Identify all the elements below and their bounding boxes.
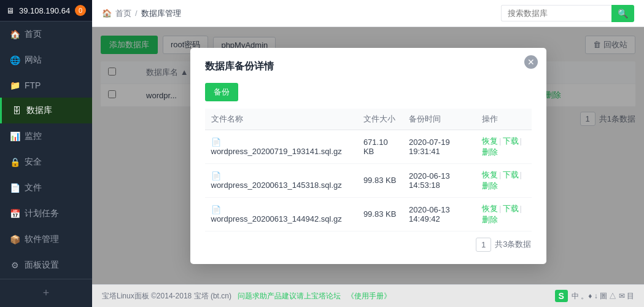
- manual-link[interactable]: 《使用手册》: [347, 292, 391, 300]
- monitor-icon: 📊: [10, 131, 20, 141]
- modal-footer: 1 共3条数据: [205, 231, 532, 252]
- file-icon: 📄: [211, 205, 221, 214]
- breadcrumb-home[interactable]: 首页: [115, 8, 131, 19]
- security-icon: 🔒: [10, 157, 20, 167]
- backup-time: 2020-06-13 14:49:42: [403, 197, 476, 231]
- backup-time: 2020-07-19 19:31:41: [403, 130, 476, 163]
- sidebar-item-panel[interactable]: ⚙面板设置: [0, 252, 92, 278]
- backup-detail-modal: ✕ 数据库备份详情 备份 文件名称 文件大小 备份时间 操作 📄word: [190, 48, 546, 264]
- backup-time: 2020-06-13 14:53:18: [403, 163, 476, 197]
- backup-filename: 📄wordpress_20200613_144942.sql.gz: [205, 197, 357, 231]
- modal-table-header: 文件名称 文件大小 备份时间 操作: [205, 109, 532, 130]
- backup-table-row: 📄wordpress_20200613_145318.sql.gz 99.83 …: [205, 163, 532, 197]
- backup-actions: 恢复|下载|删除: [476, 197, 531, 231]
- backup-actions: 恢复|下载|删除: [476, 163, 531, 197]
- sidebar-item-task[interactable]: 📅计划任务: [0, 201, 92, 227]
- sidebar-item-label: 网站: [25, 55, 42, 66]
- help-link[interactable]: 问题求助产品建议请上宝塔论坛: [238, 292, 341, 300]
- sidebar-item-label: FTP: [25, 80, 41, 90]
- delete-backup-link[interactable]: 删除: [482, 147, 498, 157]
- file-icon: 📄: [10, 183, 20, 193]
- page-footer: 宝塔Linux面板 ©2014-2018 宝塔 (bt.cn) 问题求助产品建议…: [92, 284, 644, 307]
- topbar: 🏠 首页 / 数据库管理 🔍: [92, 0, 644, 27]
- modal-col-size: 文件大小: [357, 109, 403, 130]
- backup-filename: 📄wordpress_20200719_193141.sql.gz: [205, 130, 357, 163]
- website-icon: 🌐: [10, 55, 20, 65]
- sidebar-item-label: 数据库: [26, 105, 52, 116]
- server-ip: 39.108.190.64: [19, 6, 70, 15]
- panel-icon: ⚙: [10, 260, 20, 270]
- sidebar-item-label: 文件: [25, 182, 42, 193]
- download-link[interactable]: 下载: [503, 204, 519, 213]
- database-icon: 🗄: [12, 106, 21, 115]
- file-icon: 📄: [211, 171, 221, 181]
- sidebar-item-label: 计划任务: [25, 208, 59, 219]
- software-icon: 📦: [10, 235, 20, 244]
- backup-table: 文件名称 文件大小 备份时间 操作 📄wordpress_20200719_19…: [205, 109, 532, 231]
- backup-size: 99.83 KB: [357, 197, 403, 231]
- modal-total-count: 共3条数据: [495, 239, 531, 250]
- sidebar-header: 🖥 39.108.190.64 0: [0, 0, 92, 21]
- sidebar-item-label: 面板设置: [25, 260, 59, 271]
- sidebar-nav: 🏠首页🌐网站📁FTP🗄数据库📊监控🔒安全📄文件📅计划任务📦软件管理⚙面板设置🚪退…: [0, 21, 92, 279]
- modal-col-action: 操作: [476, 109, 531, 130]
- backup-size: 99.83 KB: [357, 163, 403, 197]
- footer-icons: S 中 。♦ ↓ 圖 △ ✉ 目: [555, 290, 634, 302]
- delete-backup-link[interactable]: 删除: [482, 181, 498, 190]
- restore-link[interactable]: 恢复: [482, 136, 498, 146]
- notification-badge: 0: [75, 5, 86, 16]
- breadcrumb-current: 数据库管理: [141, 8, 181, 19]
- sidebar-item-software[interactable]: 📦软件管理: [0, 227, 92, 252]
- modal-overlay: ✕ 数据库备份详情 备份 文件名称 文件大小 备份时间 操作 📄word: [92, 27, 644, 284]
- home-icon: 🏠: [102, 9, 112, 18]
- sidebar: 🖥 39.108.190.64 0 🏠首页🌐网站📁FTP🗄数据库📊监控🔒安全📄文…: [0, 0, 92, 307]
- sidebar-item-label: 监控: [25, 131, 42, 142]
- modal-backup-button[interactable]: 备份: [205, 83, 238, 101]
- breadcrumb: 🏠 首页 / 数据库管理: [102, 8, 181, 19]
- sidebar-item-monitor[interactable]: 📊监控: [0, 123, 92, 149]
- modal-title: 数据库备份详情: [205, 60, 532, 73]
- sidebar-item-website[interactable]: 🌐网站: [0, 47, 92, 73]
- task-icon: 📅: [10, 209, 20, 219]
- backup-size: 671.10 KB: [357, 130, 403, 163]
- footer-copyright: 宝塔Linux面板 ©2014-2018 宝塔 (bt.cn) 问题求助产品建议…: [102, 291, 391, 301]
- modal-col-filename: 文件名称: [205, 109, 357, 130]
- restore-link[interactable]: 恢复: [482, 170, 498, 179]
- footer-status-icons: 中 。♦ ↓ 圖 △ ✉ 目: [572, 291, 634, 301]
- ftp-icon: 📁: [10, 80, 20, 90]
- backup-table-row: 📄wordpress_20200719_193141.sql.gz 671.10…: [205, 130, 532, 163]
- content-area: 添加数据库 root密码 phpMyAdmin 🗑 回收站 数据库名 ▲ 用户名…: [92, 27, 644, 284]
- delete-backup-link[interactable]: 删除: [482, 215, 498, 224]
- monitor-icon: 🖥: [6, 6, 14, 15]
- sidebar-item-label: 软件管理: [25, 234, 59, 245]
- main-content: 🏠 首页 / 数据库管理 🔍 添加数据库 root密码 phpMyAdmin 🗑…: [92, 0, 644, 307]
- sidebar-item-database[interactable]: 🗄数据库: [0, 98, 92, 123]
- bt-logo: S: [555, 290, 568, 302]
- modal-close-button[interactable]: ✕: [524, 55, 538, 69]
- sidebar-add-button[interactable]: +: [0, 279, 92, 307]
- sidebar-item-ftp[interactable]: 📁FTP: [0, 73, 92, 98]
- sidebar-item-home[interactable]: 🏠首页: [0, 21, 92, 47]
- backup-filename: 📄wordpress_20200613_145318.sql.gz: [205, 163, 357, 197]
- backup-actions: 恢复|下载|删除: [476, 130, 531, 163]
- sidebar-item-security[interactable]: 🔒安全: [0, 149, 92, 175]
- home-icon: 🏠: [10, 29, 20, 39]
- search-bar: 🔍: [501, 5, 634, 22]
- search-button[interactable]: 🔍: [611, 5, 634, 22]
- modal-page-number[interactable]: 1: [476, 238, 491, 252]
- search-input[interactable]: [501, 5, 611, 21]
- download-link[interactable]: 下载: [503, 136, 519, 146]
- sidebar-item-label: 安全: [25, 157, 42, 168]
- download-link[interactable]: 下载: [503, 170, 519, 179]
- modal-col-time: 备份时间: [403, 109, 476, 130]
- sidebar-item-file[interactable]: 📄文件: [0, 175, 92, 201]
- file-icon: 📄: [211, 138, 221, 147]
- sidebar-item-label: 首页: [25, 29, 42, 40]
- copyright-text: 宝塔Linux面板 ©2014-2018 宝塔 (bt.cn): [102, 292, 231, 300]
- breadcrumb-sep: /: [135, 9, 138, 18]
- backup-table-row: 📄wordpress_20200613_144942.sql.gz 99.83 …: [205, 197, 532, 231]
- restore-link[interactable]: 恢复: [482, 204, 498, 213]
